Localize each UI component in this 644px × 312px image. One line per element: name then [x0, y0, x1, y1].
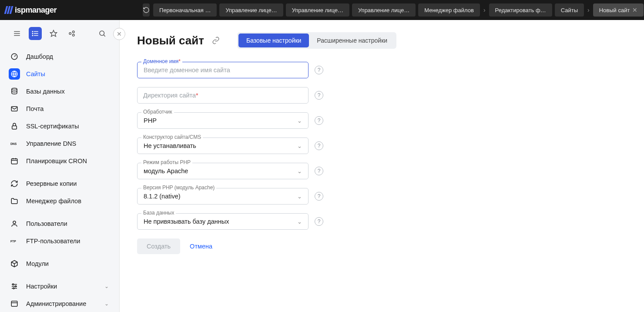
chevron-down-icon: ⌄ [104, 283, 109, 289]
sidebar-item[interactable]: Планировщик CRON [0, 152, 119, 170]
svg-marker-9 [50, 30, 57, 37]
field-database: База данных Не привязывать базу данных ⌄ [137, 213, 309, 230]
label-database: База данных [141, 210, 176, 216]
field-phpversion: Версия PHP (модуль Apache) 8.1.2 (native… [137, 188, 309, 205]
svg-text:FTP: FTP [10, 240, 16, 243]
field-directory: Директория сайта* [137, 87, 309, 104]
svg-rect-19 [12, 126, 17, 129]
sidebar-item-label: Администрирование [26, 300, 86, 307]
database-icon [9, 86, 20, 97]
mail-icon [9, 103, 20, 114]
chevron-down-icon: ⌄ [104, 301, 109, 307]
package-icon [9, 258, 20, 269]
top-tab[interactable]: Управление лице… [219, 3, 283, 17]
svg-point-25 [13, 221, 16, 224]
sidebar-item-label: Почта [26, 105, 44, 112]
top-tab[interactable]: Редактировать ф… [489, 3, 552, 17]
search-button[interactable] [96, 27, 109, 40]
sidebar-item[interactable]: Пользователи [0, 215, 119, 232]
sidebar-item[interactable]: Сайты [0, 65, 119, 83]
history-back-button[interactable] [143, 3, 150, 17]
top-tab[interactable]: Управление лице… [286, 3, 349, 17]
top-tab[interactable]: Новый сайт✕ [593, 3, 644, 17]
ftp-icon: FTP [9, 235, 20, 247]
help-phpversion[interactable]: ? [315, 192, 323, 201]
main-content: Новый сайт Базовые настройки Расширенные… [120, 20, 644, 312]
sidebar-item[interactable]: Почта [0, 100, 119, 117]
help-cms[interactable]: ? [315, 141, 323, 150]
sidebar-item[interactable]: SSL-сертификаты [0, 117, 119, 135]
chevron-down-icon: ⌄ [297, 193, 302, 200]
sidebar-item-label: Дашборд [26, 53, 53, 60]
sidebar-item[interactable]: Базы данных [0, 83, 119, 100]
sidebar-item[interactable]: Администрирование⌄ [0, 295, 119, 312]
sidebar-item[interactable]: Резервные копии [0, 175, 119, 192]
sidebar-item[interactable]: Дашборд [0, 48, 119, 65]
sidebar-item[interactable]: DNSУправление DNS [0, 135, 119, 152]
lock-icon [9, 121, 20, 132]
sidebar-item[interactable]: Модули [0, 255, 119, 272]
close-icon[interactable]: ✕ [632, 7, 637, 13]
sidebar-item[interactable]: Менеджер файлов [0, 192, 119, 210]
integrations-button[interactable] [65, 27, 78, 40]
help-domain[interactable]: ? [315, 66, 323, 74]
settings-tab-switch: Базовые настройки Расширенные настройки [237, 32, 396, 49]
close-panel-button[interactable]: ✕ [113, 28, 125, 40]
link-icon[interactable] [212, 37, 220, 44]
svg-point-6 [32, 31, 33, 32]
calendar-icon [9, 155, 20, 167]
menu-toggle-button[interactable] [10, 27, 23, 40]
sidebar-item-label: Резервные копии [26, 180, 77, 187]
directory-input[interactable] [137, 87, 309, 104]
label-handler: Обработчик [141, 109, 174, 115]
top-tab[interactable]: Менеджер файлов [418, 3, 480, 17]
sidebar-item-label: Менеджер файлов [26, 198, 81, 205]
cancel-button[interactable]: Отмена [190, 243, 212, 250]
tab-advanced[interactable]: Расширенные настройки [309, 34, 395, 47]
svg-rect-33 [11, 301, 17, 306]
sidebar-item-label: Планировщик CRON [26, 158, 87, 164]
breadcrumb-separator: › [587, 7, 590, 13]
logo-stripes-icon [5, 6, 12, 14]
top-tab[interactable]: Управление лице… [352, 3, 416, 17]
top-tab[interactable]: Сайты [555, 3, 584, 17]
brand-text: ispmanager [15, 6, 57, 15]
handler-value: PHP [144, 117, 157, 124]
list-icon [31, 30, 39, 37]
svg-line-14 [104, 35, 105, 37]
window-icon [9, 298, 20, 309]
svg-point-17 [12, 88, 17, 91]
help-database[interactable]: ? [315, 217, 323, 226]
topbar: ispmanager Первоначальная …Управление ли… [0, 0, 644, 20]
sidebar-item[interactable]: Настройки⌄ [0, 278, 119, 295]
sidebar-item-label: Пользователи [26, 220, 67, 227]
favorites-button[interactable] [47, 27, 60, 40]
folder-icon [9, 195, 20, 207]
page-title: Новый сайт [137, 34, 204, 47]
field-handler: Обработчик PHP ⌄ [137, 112, 309, 129]
user-icon [9, 218, 20, 229]
sidebar-item-label: Базы данных [26, 88, 65, 95]
svg-point-11 [73, 31, 75, 33]
field-domain: Доменное имя* [137, 62, 309, 78]
phpversion-value: 8.1.2 (native) [144, 193, 181, 200]
phpmode-value: модуль Apache [144, 168, 188, 174]
logo[interactable]: ispmanager [5, 6, 57, 15]
field-phpmode: Режим работы PHP модуль Apache ⌄ [137, 163, 309, 179]
create-button[interactable]: Создать [137, 238, 180, 254]
sidebar-item-label: FTP-пользователи [26, 238, 80, 245]
sidebar-item-label: SSL-сертификаты [26, 123, 79, 130]
svg-point-10 [69, 33, 71, 35]
svg-rect-21 [11, 159, 17, 164]
sliders-icon [9, 281, 20, 292]
tab-basic[interactable]: Базовые настройки [238, 34, 309, 47]
list-view-button[interactable] [29, 27, 42, 40]
help-phpmode[interactable]: ? [315, 167, 323, 175]
help-handler[interactable]: ? [315, 116, 323, 125]
sidebar-item[interactable]: FTPFTP-пользователи [0, 232, 119, 250]
sidebar-toolbar [0, 27, 119, 48]
top-tab[interactable]: Первоначальная … [153, 3, 217, 17]
help-directory[interactable]: ? [315, 91, 323, 100]
svg-point-32 [13, 288, 14, 289]
sidebar-item-label: Настройки [26, 283, 57, 290]
